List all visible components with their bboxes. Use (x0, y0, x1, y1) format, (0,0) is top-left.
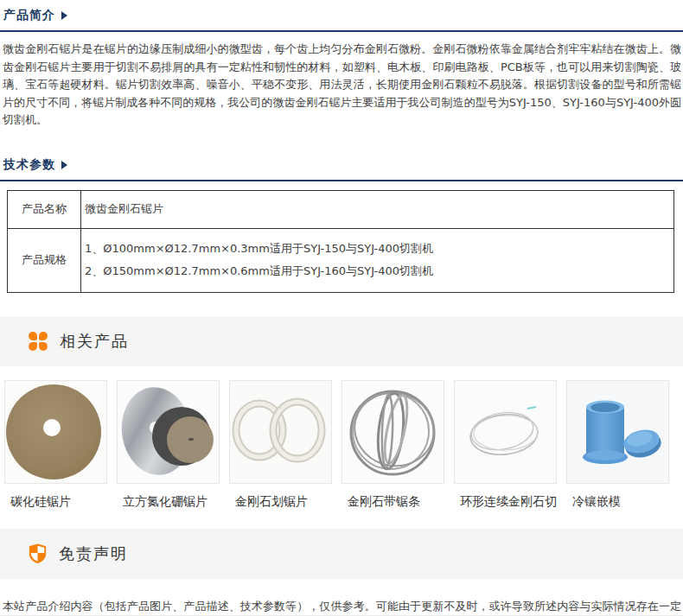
triangle-right-icon (61, 11, 67, 20)
product-label[interactable]: 碳化硅锯片 (4, 494, 107, 510)
product-card[interactable]: 立方氮化硼锯片 (117, 380, 220, 510)
specs-title: 技术参数 (3, 157, 55, 173)
product-label[interactable]: 金刚石划锯片 (229, 494, 332, 510)
intro-paragraph: 微齿金刚石锯片是在锯片的边缘压制成细小的微型齿，每个齿上均匀分布金刚石微粉。金刚… (0, 32, 683, 130)
disclaimer-title: 免责声明 (59, 543, 128, 564)
diamond-scribing-blade-image (229, 380, 332, 484)
spec-table: 产品名称 微齿金刚石锯片 产品规格 1、Ø100mm×Ø12.7mm×0.3mm… (7, 190, 674, 293)
clover-icon (29, 332, 48, 351)
product-label[interactable]: 立方氮化硼锯片 (117, 494, 220, 510)
product-card[interactable]: 碳化硅锯片 (4, 380, 107, 510)
intro-title: 产品简介 (3, 8, 55, 23)
spec-row1-label: 产品名称 (8, 190, 81, 228)
triangle-right-icon (61, 161, 67, 169)
spec-line-1: 1、Ø100mm×Ø12.7mm×0.3mm适用于SYJ-150与SYJ-400… (85, 238, 673, 260)
product-label[interactable]: 环形连续金刚石切... (454, 494, 557, 510)
cold-mounting-mold-image (566, 380, 669, 484)
table-row: 产品规格 1、Ø100mm×Ø12.7mm×0.3mm适用于SYJ-150与SY… (8, 228, 674, 292)
product-card[interactable]: 冷镶嵌模 (566, 380, 669, 510)
related-products-title: 相关产品 (60, 331, 129, 352)
spec-row2-value: 1、Ø100mm×Ø12.7mm×0.3mm适用于SYJ-150与SYJ-400… (81, 228, 674, 292)
product-detail-page: 产品简介 微齿金刚石锯片是在锯片的边缘压制成细小的微型齿，每个齿上均匀分布金刚石… (0, 0, 683, 616)
disclaimer-text: 本站产品介绍内容（包括产品图片、产品描述、技术参数等），仅供参考。可能由于更新不… (0, 579, 683, 616)
product-label[interactable]: 冷镶嵌模 (566, 494, 669, 510)
table-row: 产品名称 微齿金刚石锯片 (8, 190, 674, 228)
product-label[interactable]: 金刚石带锯条 (342, 494, 444, 510)
cbn-blade-image (117, 380, 220, 484)
shield-icon (29, 543, 47, 563)
section-header-intro: 产品简介 (0, 0, 683, 32)
spec-row2-label: 产品规格 (8, 228, 81, 292)
diamond-band-saw-image (342, 380, 444, 484)
disclaimer-band: 免责声明 (0, 529, 683, 579)
related-products-band: 相关产品 (0, 316, 683, 366)
diamond-wire-loop-image (454, 380, 557, 484)
related-products-list: 碳化硅锯片 立 (0, 380, 683, 510)
spec-row1-value: 微齿金刚石锯片 (81, 190, 674, 228)
spec-line-2: 2、Ø150mm×Ø12.7mm×0.6mm适用于SYJ-160与SYJ-400… (85, 260, 673, 283)
silicon-carbide-blade-image (4, 380, 107, 484)
product-card[interactable]: 金刚石带锯条 (342, 380, 444, 510)
product-card[interactable]: 金刚石划锯片 (229, 380, 332, 510)
section-header-specs: 技术参数 (0, 149, 683, 181)
product-card[interactable]: 环形连续金刚石切... (454, 380, 557, 510)
